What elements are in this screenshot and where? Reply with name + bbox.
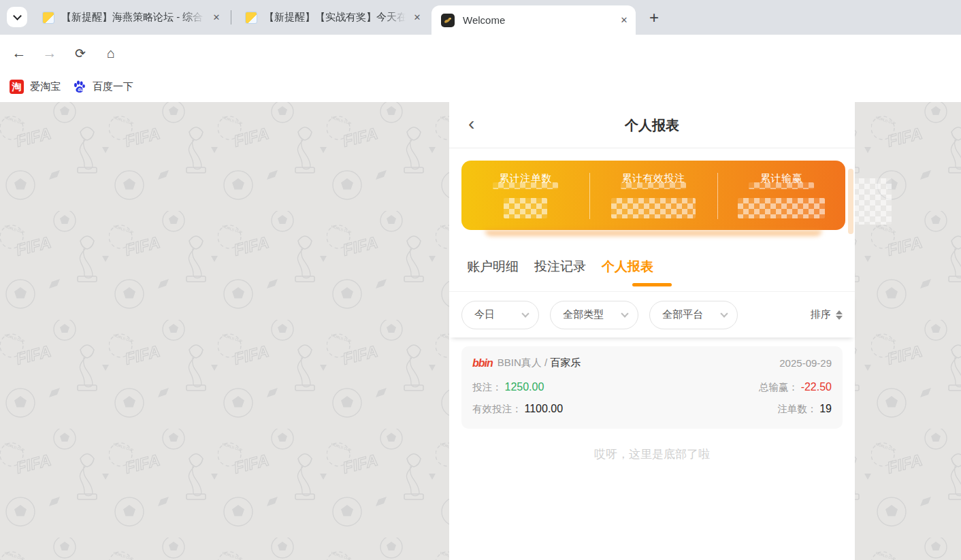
platform-filter-dropdown[interactable]: 全部平台 (649, 301, 738, 329)
new-tab-button[interactable]: + (644, 7, 664, 28)
close-icon[interactable]: ✕ (411, 12, 423, 24)
filter-label: 今日 (474, 308, 495, 321)
chevron-down-icon (621, 310, 628, 317)
divider (589, 173, 590, 219)
filter-bar: 今日 全部类型 全部平台 排序 (449, 292, 855, 337)
sort-control[interactable]: 排序 (811, 308, 843, 321)
back-icon[interactable]: ← (5, 35, 33, 71)
record-date: 2025-09-29 (779, 357, 832, 369)
forum-favicon-icon (42, 12, 54, 24)
tab-title: 【新提醒】海燕策略论坛 - 综合 (61, 11, 205, 24)
record-provider: BBIN真人 / 百家乐 (498, 357, 581, 369)
page-background: FIFA WORLD CUP ‹ 个人报表 累计注单数 (0, 102, 961, 560)
tab-bet-records[interactable]: 投注记录 (534, 244, 586, 291)
bbin-logo-icon: bbin (472, 357, 493, 369)
browser-tab-1[interactable]: 【新提醒】海燕策略论坛 - 综合 ✕ (34, 0, 228, 35)
sort-label: 排序 (811, 308, 831, 321)
browser-tab-active-welcome[interactable]: Welcome ✕ (431, 5, 636, 35)
report-tabs: 账户明细 投注记录 个人报表 (449, 244, 855, 292)
card-shadow (485, 230, 822, 236)
reload-icon[interactable]: ⟳ (67, 35, 94, 71)
filter-label: 全部平台 (662, 308, 703, 321)
tab-search-button[interactable] (7, 7, 27, 27)
home-icon[interactable]: ⌂ (97, 35, 125, 71)
bookmark-taobao[interactable]: 淘 爱淘宝 (10, 71, 61, 102)
bookmarks-bar: 淘 爱淘宝 du 百度一下 (0, 71, 961, 102)
list-end-message: 哎呀，这里是底部了啦 (461, 446, 843, 462)
winloss-label: 总输赢： (759, 381, 798, 394)
browser-toolbar: ← → ⟳ ⌂ 175616.cc/reports/index?tab=1 (0, 35, 961, 71)
browser-tab-strip: 【新提醒】海燕策略论坛 - 综合 ✕ 【新提醒】【实战有奖】今天在 ✕ Welc… (0, 0, 961, 35)
date-filter-dropdown[interactable]: 今日 (461, 301, 539, 329)
page-header: ‹ 个人报表 (449, 102, 855, 148)
blurred-value (504, 198, 547, 218)
report-panel: ‹ 个人报表 累计注单数 累计有效投注 累计输赢 (449, 102, 855, 560)
count-value: 19 (819, 403, 832, 415)
bet-value: 1250.00 (505, 381, 544, 393)
record-card[interactable]: bbin BBIN真人 / 百家乐 2025-09-29 投注： 1250.00… (461, 346, 843, 429)
blurred-value (749, 182, 814, 189)
valid-bet-value: 1100.00 (525, 403, 564, 415)
bookmark-label: 爱淘宝 (30, 80, 61, 93)
back-chevron-icon[interactable]: ‹ (468, 113, 474, 135)
taobao-icon: 淘 (10, 80, 24, 94)
page-title: 个人报表 (449, 102, 855, 148)
privacy-blur-patch (853, 178, 892, 225)
summary-card: 累计注单数 累计有效投注 累计输赢 (461, 161, 845, 230)
stat-total-winloss: 累计输赢 (717, 161, 845, 230)
close-icon[interactable]: ✕ (210, 12, 223, 24)
bookmark-label: 百度一下 (93, 80, 133, 93)
records-list: bbin BBIN真人 / 百家乐 2025-09-29 投注： 1250.00… (449, 337, 855, 462)
forward-icon: → (36, 35, 63, 71)
active-tab-underline (632, 283, 672, 286)
valid-bet-label: 有效投注： (472, 403, 522, 416)
next-card-peek (848, 169, 853, 234)
divider (717, 173, 718, 219)
winloss-value: -22.50 (801, 381, 832, 393)
baidu-paw-icon: du (72, 80, 86, 94)
count-label: 注单数： (777, 403, 817, 416)
site-favicon-icon (441, 14, 455, 27)
bookmark-baidu[interactable]: du 百度一下 (72, 71, 133, 102)
blurred-value (611, 198, 696, 218)
tab-title: Welcome (463, 14, 613, 26)
tab-title: 【新提醒】【实战有奖】今天在 (264, 11, 406, 24)
stat-total-valid-bets: 累计有效投注 (589, 161, 717, 230)
chevron-down-icon (13, 12, 22, 20)
tab-separator (231, 10, 231, 24)
stat-total-bet-count: 累计注单数 (461, 161, 589, 230)
sort-arrows-icon (836, 310, 843, 320)
svg-text:du: du (78, 87, 83, 92)
blurred-value (621, 182, 686, 189)
filter-label: 全部类型 (563, 308, 604, 321)
type-filter-dropdown[interactable]: 全部类型 (550, 301, 638, 329)
close-icon[interactable]: ✕ (618, 14, 630, 27)
blurred-value (738, 198, 825, 218)
chevron-down-icon (521, 310, 529, 317)
summary-section: 累计注单数 累计有效投注 累计输赢 (449, 148, 855, 244)
bet-label: 投注： (472, 381, 502, 394)
browser-tab-2[interactable]: 【新提醒】【实战有奖】今天在 ✕ (237, 0, 429, 35)
tab-account-details[interactable]: 账户明细 (467, 244, 519, 291)
chevron-down-icon (720, 310, 728, 317)
forum-favicon-icon (245, 12, 257, 24)
blurred-value (493, 182, 558, 189)
